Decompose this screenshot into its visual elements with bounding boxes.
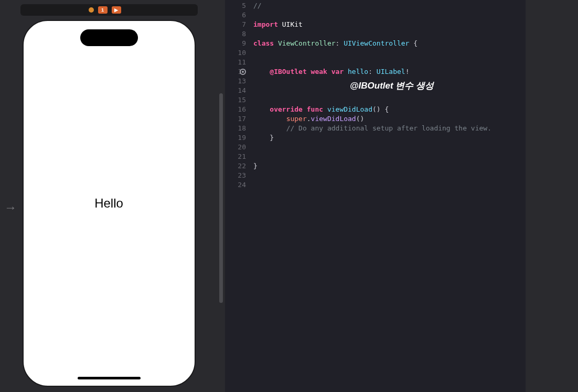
dynamic-island <box>80 29 138 46</box>
code-line[interactable] <box>253 29 526 39</box>
line-number: 14 <box>225 86 246 95</box>
interface-builder-panel: 1 ▶ → Hello <box>0 0 218 392</box>
annotation-label: @IBOutlet 변수 생성 <box>350 80 434 92</box>
code-line[interactable]: import UIKit <box>253 20 526 29</box>
phone-frame: Hello <box>23 20 196 387</box>
view-controller-view[interactable]: Hello <box>24 21 195 386</box>
code-line[interactable]: } <box>253 133 526 143</box>
line-number: 6 <box>225 10 246 20</box>
line-number: 18 <box>225 124 246 133</box>
code-line[interactable]: } <box>253 161 526 171</box>
code-line[interactable] <box>253 10 526 20</box>
line-number: 10 <box>225 48 246 58</box>
line-number: 24 <box>225 180 246 190</box>
line-number: 19 <box>225 133 246 143</box>
device-preview[interactable]: Hello <box>23 20 196 387</box>
code-line[interactable]: @IBOutlet weak var hello: UILabel! <box>253 67 526 77</box>
line-number: 5 <box>225 1 246 10</box>
line-number: 20 <box>225 143 246 152</box>
code-line[interactable]: // <box>253 1 526 10</box>
code-line[interactable] <box>253 180 526 190</box>
code-line[interactable] <box>253 171 526 180</box>
issue-next-icon[interactable]: ▶ <box>112 6 121 14</box>
line-number: 8 <box>225 29 246 39</box>
code-line[interactable]: // Do any additional setup after loading… <box>253 124 526 133</box>
code-line[interactable]: override func viewDidLoad() { <box>253 105 526 114</box>
warning-dot-icon[interactable] <box>89 7 94 13</box>
scrollbar-thumb[interactable] <box>219 93 223 303</box>
entry-point-arrow-icon: → <box>4 200 17 215</box>
code-editor-panel: 56789101112131415161718192021222324 @IBO… <box>225 0 526 392</box>
code-line[interactable]: super.viewDidLoad() <box>253 114 526 124</box>
issue-badge[interactable]: 1 <box>98 6 108 14</box>
line-number: 16 <box>225 105 246 114</box>
code-line[interactable] <box>253 48 526 58</box>
canvas-toolbar: 1 ▶ <box>20 4 198 16</box>
home-indicator <box>78 377 141 379</box>
line-number: 11 <box>225 58 246 67</box>
line-number: 9 <box>225 39 246 48</box>
code-line[interactable] <box>253 143 526 152</box>
code-line[interactable] <box>253 58 526 67</box>
line-number: 23 <box>225 171 246 180</box>
code-area[interactable]: @IBOutlet 변수 생성 //import UIKitclass View… <box>250 0 526 392</box>
line-number: 7 <box>225 20 246 29</box>
hello-label[interactable]: Hello <box>94 196 123 211</box>
line-number-gutter: 56789101112131415161718192021222324 <box>225 0 250 392</box>
code-line[interactable] <box>253 152 526 161</box>
code-line[interactable] <box>253 95 526 105</box>
iboutlet-connection-icon[interactable] <box>240 69 246 75</box>
line-number: 13 <box>225 77 246 86</box>
line-number: 21 <box>225 152 246 161</box>
line-number: 15 <box>225 95 246 105</box>
panel-divider[interactable] <box>218 0 225 392</box>
code-line[interactable]: class ViewController: UIViewController { <box>253 39 526 48</box>
right-margin <box>526 0 578 392</box>
line-number: 17 <box>225 114 246 124</box>
line-number: 22 <box>225 161 246 171</box>
